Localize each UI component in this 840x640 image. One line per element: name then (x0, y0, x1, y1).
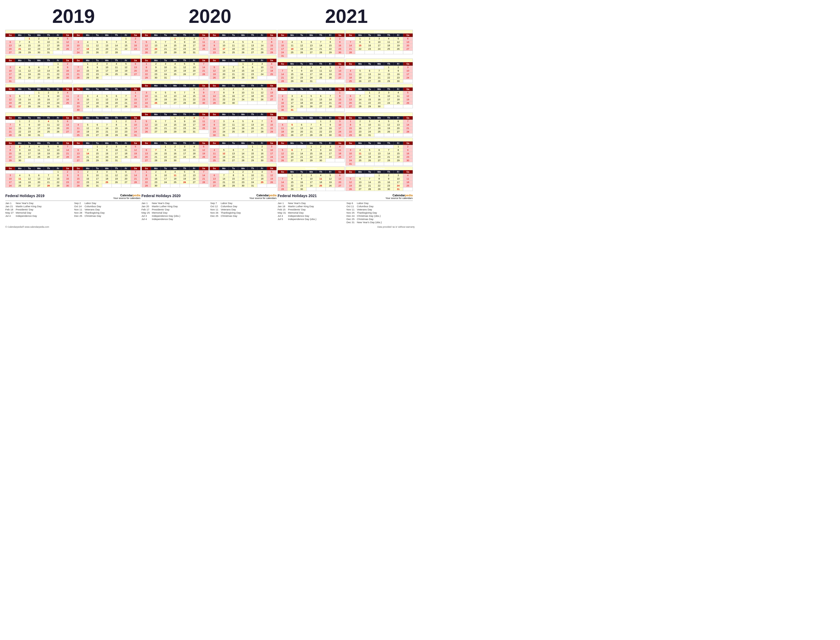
day-cell: 29 (161, 159, 170, 162)
holiday-name: Christmas Day (357, 218, 374, 221)
holiday-name: Christmas Day (obs.) (357, 214, 381, 217)
day-header-Sa: Sa (63, 141, 72, 145)
day-cell: 1 (83, 62, 93, 66)
day-cell: 10 (6, 69, 15, 73)
day-cell: 17 (161, 69, 170, 73)
day-header-Th: Th (316, 141, 325, 145)
day-cell: 17 (248, 177, 257, 181)
day-cell: 20 (365, 76, 375, 80)
month-january-2020: JanuarySuMoTuWeThFrSa1234567891011121314… (142, 30, 209, 54)
day-cell: 28 (199, 181, 208, 184)
day-cell: 20 (112, 101, 121, 105)
holiday-name: New Year's Day (288, 202, 306, 205)
holiday-name: Thanksgiving Day (85, 211, 105, 214)
calendar-table-march: MarchSuMoTuWeThFrSa123456789101112131415… (277, 59, 345, 83)
calendar-table-march: MarchSuMoTuWeThFrSa123456789101112131415… (5, 55, 72, 83)
day-cell: 17 (180, 152, 189, 155)
day-cell: 21 (403, 126, 412, 130)
day-cell (229, 116, 238, 120)
month-header-december: December (210, 163, 276, 167)
month-march-2020: MarchSuMoTuWeThFrSa123456789101112131415… (142, 55, 209, 80)
day-cell (287, 91, 297, 94)
month-december-2019: DecemberSuMoTuWeThFrSa123456789101112131… (73, 163, 140, 187)
calendar-table-september: SeptemberSuMoTuWeThFrSa12345678910111213… (277, 138, 345, 162)
day-cell: 3 (219, 120, 229, 123)
day-cell: 6 (267, 88, 277, 91)
day-cell (189, 159, 199, 162)
day-cell: 18 (102, 177, 112, 181)
day-cell (267, 76, 277, 80)
day-cell: 3 (112, 145, 121, 149)
day-cell: 7 (365, 177, 375, 181)
day-cell: 3 (267, 145, 277, 149)
holiday-row: Jul 4Independence Day (5, 214, 72, 217)
day-cell: 25 (199, 126, 208, 130)
day-cell: 3 (393, 174, 403, 177)
day-cell: 11 (53, 40, 63, 44)
day-cell: 14 (219, 177, 229, 181)
day-header-Tu: Tu (93, 88, 102, 91)
month-header-october: October (210, 138, 276, 141)
day-cell: 19 (121, 69, 131, 73)
day-cell: 28 (238, 159, 248, 162)
day-cell (161, 105, 170, 108)
day-cell: 20 (121, 177, 131, 181)
day-cell: 11 (74, 126, 83, 130)
day-header-Mo: Mo (151, 141, 161, 145)
day-cell: 27 (131, 73, 140, 76)
day-cell: 9 (44, 94, 53, 98)
day-header-Sa: Sa (403, 141, 412, 145)
day-cell: 22 (6, 155, 15, 159)
day-cell: 8 (53, 66, 63, 69)
day-header-Fr: Fr (325, 170, 335, 174)
day-cell: 23 (63, 181, 72, 184)
day-header-Fr: Fr (393, 116, 403, 120)
holiday-name: Labor Day (85, 202, 96, 205)
day-cell: 24 (306, 76, 316, 80)
holiday-date: Jul 4 (5, 214, 14, 217)
day-cell: 15 (121, 44, 131, 47)
day-cell (74, 145, 83, 149)
day-cell: 22 (53, 73, 63, 76)
holiday-date: Oct 14 (74, 205, 83, 208)
day-cell: 29 (267, 51, 277, 54)
day-cell: 5 (210, 66, 219, 69)
day-header-Th: Th (248, 167, 257, 170)
day-cell: 20 (229, 155, 238, 159)
day-cell: 18 (15, 73, 24, 76)
day-cell: 6 (151, 40, 161, 44)
day-cell: 28 (278, 80, 287, 83)
day-cell: 5 (403, 91, 412, 94)
day-cell: 21 (306, 130, 316, 134)
holidays-right-2019: Sep 2Labor DayOct 14Columbus DayNov 11Ve… (74, 202, 141, 218)
day-cell: 26 (93, 51, 102, 54)
day-cell: 9 (355, 123, 365, 126)
month-april-2020: AprilSuMoTuWeThFrSa123456789101112131415… (210, 55, 277, 80)
day-cell: 5 (297, 40, 306, 44)
day-cell: 9 (229, 91, 238, 94)
day-cell: 14 (325, 98, 335, 101)
day-cell: 11 (316, 69, 325, 73)
day-header-We: We (102, 59, 112, 62)
day-cell (83, 145, 93, 149)
day-header-Fr: Fr (257, 113, 267, 116)
day-header-Tu: Tu (161, 59, 170, 62)
day-cell: 4 (229, 120, 238, 123)
day-header-Mo: Mo (287, 170, 297, 174)
day-header-We: We (102, 34, 112, 37)
day-cell: 22 (170, 126, 180, 130)
day-header-Su: Su (278, 116, 287, 120)
day-cell: 6 (34, 66, 44, 69)
day-cell (131, 51, 140, 54)
day-cell: 7 (210, 91, 219, 94)
day-cell (384, 51, 393, 54)
day-cell: 15 (170, 44, 180, 47)
day-cell: 14 (346, 44, 355, 47)
day-cell: 15 (346, 126, 355, 130)
holiday-row: Feb 17Presidents' Day (142, 208, 208, 211)
day-cell: 2 (325, 120, 335, 123)
day-cell: 12 (238, 123, 248, 126)
day-cell: 16 (393, 73, 403, 76)
day-cell: 30 (278, 108, 287, 112)
day-cell: 16 (375, 98, 384, 101)
